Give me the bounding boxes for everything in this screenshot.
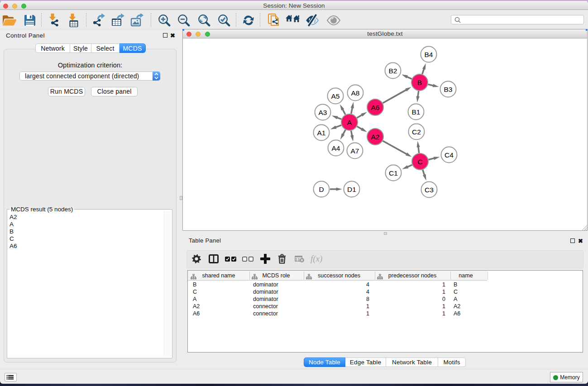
svg-text:C2: C2: [412, 128, 421, 136]
svg-text:C: C: [417, 158, 422, 166]
svg-text:A7: A7: [351, 147, 359, 155]
svg-text:A6: A6: [371, 104, 380, 111]
svg-text:A3: A3: [319, 109, 327, 116]
svg-text:A2: A2: [371, 133, 380, 141]
svg-text:B4: B4: [425, 51, 433, 58]
svg-text:C3: C3: [425, 186, 434, 194]
svg-text:A8: A8: [351, 89, 360, 97]
svg-text:A5: A5: [331, 92, 340, 100]
svg-text:A: A: [347, 119, 352, 126]
svg-text:A1: A1: [317, 129, 326, 137]
svg-text:C4: C4: [445, 151, 454, 159]
svg-text:B: B: [417, 79, 422, 86]
svg-text:C1: C1: [389, 169, 398, 177]
svg-text:B1: B1: [412, 108, 421, 116]
svg-text:A4: A4: [332, 144, 340, 152]
svg-text:D1: D1: [347, 186, 356, 193]
svg-text:B2: B2: [389, 67, 397, 75]
svg-text:B3: B3: [444, 86, 453, 93]
svg-text:D: D: [319, 186, 324, 193]
